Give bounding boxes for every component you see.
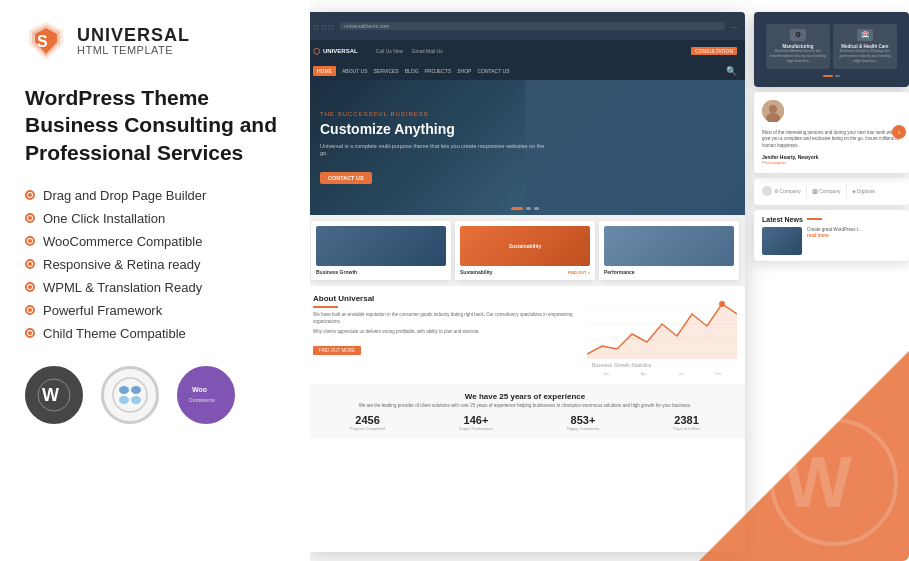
partner-logo-2: 🏢 Company [812, 188, 841, 194]
slider-dots [511, 207, 539, 210]
card-image-sustainability: Sustainability [460, 226, 590, 266]
stat-label-1: Projects Completed [350, 426, 385, 431]
partner-logos-card: ⚙ Company 🏢 Company ◈ Digitose [754, 178, 909, 205]
hero-text: The Successful Business Customize Anythi… [320, 111, 546, 184]
list-item: WooCommerce Compatible [25, 234, 285, 249]
logo-subtitle: HTML TEMPLATE [77, 44, 190, 56]
svg-point-19 [719, 301, 725, 307]
stat-item-3: 853+ Happy Customers [567, 414, 599, 431]
feature-bullet [25, 328, 35, 338]
svg-point-22 [769, 105, 777, 113]
about-chart-area: Business Growth Statistics Jan Apr Jul O… [587, 294, 737, 376]
woocommerce-badge: Woo Commerce [177, 366, 235, 424]
card-image-business [316, 226, 446, 266]
partner-logo-3: ◈ Digitose [852, 188, 875, 194]
testimonial-avatar [762, 100, 784, 122]
right-preview-panel: ▢ ▢ ▢ universaltheme.com ⋯ ⬡ UNIVERSAL C… [305, 0, 909, 561]
service-text-1: Business Material has led the transforma… [770, 49, 826, 64]
service-dots [760, 75, 903, 81]
stat-item-1: 2456 Projects Completed [350, 414, 385, 431]
feature-bullet [25, 305, 35, 315]
svg-point-7 [119, 386, 129, 394]
stat-item-2: 146+ Expert Technicians [459, 414, 493, 431]
svg-point-9 [119, 396, 129, 404]
stat-label-4: Cups of Coffee [673, 426, 700, 431]
stats-row: 2456 Projects Completed 146+ Expert Tech… [313, 414, 737, 431]
hero-small-text: The Successful Business [320, 111, 546, 117]
news-item-1: Create great WordPress t... read more [762, 227, 901, 255]
svg-text:W: W [784, 442, 852, 522]
preview-stats-section: We have 25 years of experience We are th… [305, 384, 745, 439]
stat-item-4: 2381 Cups of Coffee [673, 414, 700, 431]
svg-text:S: S [37, 33, 48, 50]
feature-bullet [25, 259, 35, 269]
logo-area: S UNIVERSAL HTML TEMPLATE [25, 20, 285, 62]
card-label-1: Business Growth [316, 269, 446, 275]
stat-number-1: 2456 [350, 414, 385, 426]
preview-mockup: ▢ ▢ ▢ universaltheme.com ⋯ ⬡ UNIVERSAL C… [305, 12, 745, 552]
growth-chart: Business Growth Statistics [587, 294, 737, 369]
service-text-2: Domestic Solutions Package the governmen… [837, 49, 893, 64]
news-title: Latest News [762, 216, 901, 223]
joomla-badge [101, 366, 159, 424]
stats-subtitle: We are the leading provider of client so… [313, 403, 737, 408]
feature-bullet [25, 282, 35, 292]
about-para-2: Why clients appreciate us delivers stron… [313, 329, 579, 336]
card-image-performance [604, 226, 734, 266]
svg-point-11 [127, 392, 133, 398]
preview-about-section: About Universal We have built an enviabl… [305, 286, 745, 384]
feature-bullet [25, 213, 35, 223]
card-label-3: Performance [604, 269, 734, 275]
side-floating-cards: ⚙ Manufacturing Business Material has le… [754, 12, 909, 261]
news-card: Latest News Create great WordPress t... … [754, 210, 909, 261]
hero-subtitle: Universal is a complete multi-purpose th… [320, 143, 546, 158]
partner-logo-1: ⚙ Company [762, 186, 801, 196]
health-icon: 🏥 [857, 29, 873, 41]
list-item: Responsive & Retina ready [25, 257, 285, 272]
preview-card-2: Sustainability Sustainability FIND OUT > [455, 221, 595, 280]
stat-number-2: 146+ [459, 414, 493, 426]
services-card: ⚙ Manufacturing Business Material has le… [754, 12, 909, 87]
logo-title: UNIVERSAL [77, 26, 190, 44]
feature-bullet [25, 236, 35, 246]
logo-divider-2 [846, 184, 847, 199]
preview-hero: The Successful Business Customize Anythi… [305, 80, 745, 215]
news-read-more-link[interactable]: read more [807, 233, 862, 238]
svg-point-12 [189, 378, 223, 412]
svg-text:Commerce: Commerce [189, 397, 215, 403]
about-button[interactable]: FIND OUT MORE [313, 346, 361, 355]
about-text: About Universal We have built an enviabl… [313, 294, 579, 376]
logo-text-block: UNIVERSAL HTML TEMPLATE [77, 26, 190, 56]
preview-card-3: Performance [599, 221, 739, 280]
about-accent-line [313, 306, 338, 308]
manufacturing-icon: ⚙ [790, 29, 806, 41]
news-content: Latest News Create great WordPress t... … [754, 210, 909, 261]
svg-point-10 [131, 396, 141, 404]
testimonial-content: Most of the interesting persons and duri… [754, 92, 909, 173]
about-title: About Universal [313, 294, 579, 303]
next-testimonial-button[interactable]: › [892, 125, 906, 139]
preview-logo: ⬡ UNIVERSAL [313, 47, 358, 56]
service-mini-health: 🏥 Medical & Health Care Domestic Solutio… [833, 24, 897, 69]
svg-point-8 [131, 386, 141, 394]
stat-label-3: Happy Customers [567, 426, 599, 431]
preview-cards-row: Business Growth Sustainability Sustainab… [305, 215, 745, 286]
list-item: One Click Installation [25, 211, 285, 226]
logos-row: ⚙ Company 🏢 Company ◈ Digitose [754, 178, 909, 205]
svg-text:W: W [42, 385, 59, 405]
feature-bullet [25, 190, 35, 200]
features-list: Drag and Drop Page Builder One Click Ins… [25, 188, 285, 341]
main-heading: WordPress Theme Business Consulting and … [25, 84, 285, 166]
hero-cta-button[interactable]: CONTACT US [320, 172, 372, 184]
services-row: ⚙ Manufacturing Business Material has le… [760, 18, 903, 75]
svg-point-25 [772, 420, 896, 544]
list-item: Powerful Framework [25, 303, 285, 318]
news-accent-line [807, 218, 822, 220]
stat-number-3: 853+ [567, 414, 599, 426]
shield-logo-icon: S [25, 20, 67, 62]
testimonial-role: Photographer [762, 160, 901, 165]
service-mini-manufacturing: ⚙ Manufacturing Business Material has le… [766, 24, 830, 69]
list-item: Drag and Drop Page Builder [25, 188, 285, 203]
preview-browser-bar: ▢ ▢ ▢ universaltheme.com ⋯ [305, 12, 745, 40]
partner-icon-1 [762, 186, 772, 196]
